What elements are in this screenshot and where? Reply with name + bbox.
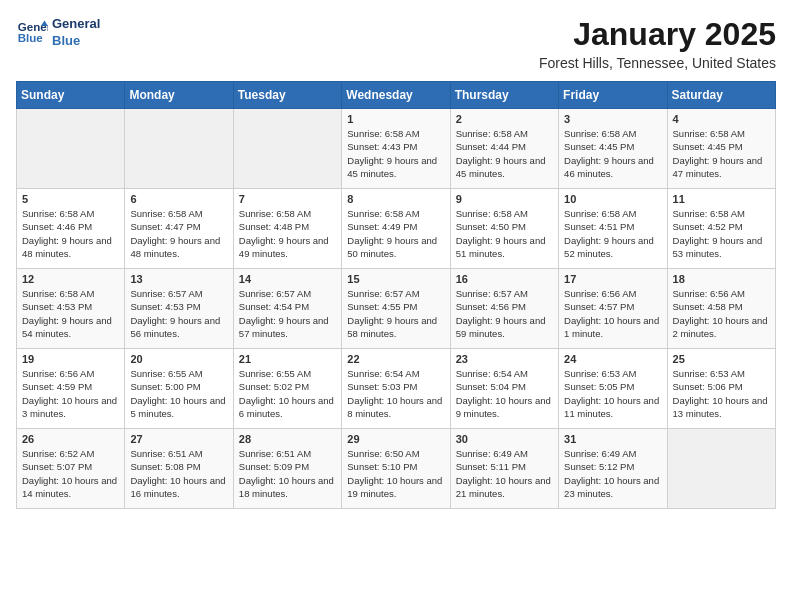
day-info: Sunrise: 6:55 AMSunset: 5:02 PMDaylight:… [239, 367, 336, 420]
calendar-cell: 30Sunrise: 6:49 AMSunset: 5:11 PMDayligh… [450, 429, 558, 509]
day-number: 3 [564, 113, 661, 125]
calendar-week-2: 5Sunrise: 6:58 AMSunset: 4:46 PMDaylight… [17, 189, 776, 269]
day-number: 19 [22, 353, 119, 365]
weekday-header-row: SundayMondayTuesdayWednesdayThursdayFrid… [17, 82, 776, 109]
calendar-week-1: 1Sunrise: 6:58 AMSunset: 4:43 PMDaylight… [17, 109, 776, 189]
day-info: Sunrise: 6:56 AMSunset: 4:58 PMDaylight:… [673, 287, 770, 340]
day-info: Sunrise: 6:57 AMSunset: 4:54 PMDaylight:… [239, 287, 336, 340]
day-info: Sunrise: 6:57 AMSunset: 4:55 PMDaylight:… [347, 287, 444, 340]
calendar-cell: 26Sunrise: 6:52 AMSunset: 5:07 PMDayligh… [17, 429, 125, 509]
calendar-cell: 4Sunrise: 6:58 AMSunset: 4:45 PMDaylight… [667, 109, 775, 189]
calendar-cell: 7Sunrise: 6:58 AMSunset: 4:48 PMDaylight… [233, 189, 341, 269]
weekday-header-monday: Monday [125, 82, 233, 109]
calendar-cell: 3Sunrise: 6:58 AMSunset: 4:45 PMDaylight… [559, 109, 667, 189]
calendar-cell: 18Sunrise: 6:56 AMSunset: 4:58 PMDayligh… [667, 269, 775, 349]
day-number: 30 [456, 433, 553, 445]
weekday-header-thursday: Thursday [450, 82, 558, 109]
day-number: 23 [456, 353, 553, 365]
location-title: Forest Hills, Tennessee, United States [539, 55, 776, 71]
calendar-week-4: 19Sunrise: 6:56 AMSunset: 4:59 PMDayligh… [17, 349, 776, 429]
calendar-cell: 19Sunrise: 6:56 AMSunset: 4:59 PMDayligh… [17, 349, 125, 429]
day-info: Sunrise: 6:58 AMSunset: 4:53 PMDaylight:… [22, 287, 119, 340]
day-number: 10 [564, 193, 661, 205]
day-number: 26 [22, 433, 119, 445]
day-number: 17 [564, 273, 661, 285]
day-number: 2 [456, 113, 553, 125]
day-number: 18 [673, 273, 770, 285]
day-number: 21 [239, 353, 336, 365]
day-info: Sunrise: 6:54 AMSunset: 5:03 PMDaylight:… [347, 367, 444, 420]
day-number: 22 [347, 353, 444, 365]
calendar-cell: 28Sunrise: 6:51 AMSunset: 5:09 PMDayligh… [233, 429, 341, 509]
calendar-cell [17, 109, 125, 189]
day-info: Sunrise: 6:58 AMSunset: 4:49 PMDaylight:… [347, 207, 444, 260]
day-info: Sunrise: 6:58 AMSunset: 4:43 PMDaylight:… [347, 127, 444, 180]
day-number: 29 [347, 433, 444, 445]
day-number: 6 [130, 193, 227, 205]
day-info: Sunrise: 6:54 AMSunset: 5:04 PMDaylight:… [456, 367, 553, 420]
day-info: Sunrise: 6:56 AMSunset: 4:59 PMDaylight:… [22, 367, 119, 420]
day-info: Sunrise: 6:58 AMSunset: 4:48 PMDaylight:… [239, 207, 336, 260]
calendar-cell: 29Sunrise: 6:50 AMSunset: 5:10 PMDayligh… [342, 429, 450, 509]
day-number: 1 [347, 113, 444, 125]
weekday-header-wednesday: Wednesday [342, 82, 450, 109]
day-number: 13 [130, 273, 227, 285]
day-number: 15 [347, 273, 444, 285]
day-info: Sunrise: 6:58 AMSunset: 4:47 PMDaylight:… [130, 207, 227, 260]
calendar-cell: 24Sunrise: 6:53 AMSunset: 5:05 PMDayligh… [559, 349, 667, 429]
calendar-cell [233, 109, 341, 189]
calendar-cell: 14Sunrise: 6:57 AMSunset: 4:54 PMDayligh… [233, 269, 341, 349]
weekday-header-saturday: Saturday [667, 82, 775, 109]
calendar-cell: 22Sunrise: 6:54 AMSunset: 5:03 PMDayligh… [342, 349, 450, 429]
calendar-cell: 12Sunrise: 6:58 AMSunset: 4:53 PMDayligh… [17, 269, 125, 349]
month-title: January 2025 [539, 16, 776, 53]
calendar-cell: 10Sunrise: 6:58 AMSunset: 4:51 PMDayligh… [559, 189, 667, 269]
weekday-header-sunday: Sunday [17, 82, 125, 109]
day-info: Sunrise: 6:49 AMSunset: 5:12 PMDaylight:… [564, 447, 661, 500]
day-number: 12 [22, 273, 119, 285]
day-info: Sunrise: 6:58 AMSunset: 4:45 PMDaylight:… [564, 127, 661, 180]
calendar-cell: 25Sunrise: 6:53 AMSunset: 5:06 PMDayligh… [667, 349, 775, 429]
title-area: January 2025 Forest Hills, Tennessee, Un… [539, 16, 776, 71]
day-info: Sunrise: 6:58 AMSunset: 4:50 PMDaylight:… [456, 207, 553, 260]
day-info: Sunrise: 6:56 AMSunset: 4:57 PMDaylight:… [564, 287, 661, 340]
day-number: 8 [347, 193, 444, 205]
calendar-cell: 27Sunrise: 6:51 AMSunset: 5:08 PMDayligh… [125, 429, 233, 509]
calendar-cell [667, 429, 775, 509]
day-number: 5 [22, 193, 119, 205]
logo: General Blue General Blue [16, 16, 100, 50]
day-info: Sunrise: 6:50 AMSunset: 5:10 PMDaylight:… [347, 447, 444, 500]
day-info: Sunrise: 6:58 AMSunset: 4:51 PMDaylight:… [564, 207, 661, 260]
page-header: General Blue General Blue January 2025 F… [16, 16, 776, 71]
day-info: Sunrise: 6:58 AMSunset: 4:45 PMDaylight:… [673, 127, 770, 180]
day-info: Sunrise: 6:51 AMSunset: 5:09 PMDaylight:… [239, 447, 336, 500]
weekday-header-friday: Friday [559, 82, 667, 109]
calendar-cell: 5Sunrise: 6:58 AMSunset: 4:46 PMDaylight… [17, 189, 125, 269]
day-number: 14 [239, 273, 336, 285]
day-info: Sunrise: 6:57 AMSunset: 4:53 PMDaylight:… [130, 287, 227, 340]
day-info: Sunrise: 6:51 AMSunset: 5:08 PMDaylight:… [130, 447, 227, 500]
calendar-cell [125, 109, 233, 189]
calendar-week-5: 26Sunrise: 6:52 AMSunset: 5:07 PMDayligh… [17, 429, 776, 509]
calendar-cell: 6Sunrise: 6:58 AMSunset: 4:47 PMDaylight… [125, 189, 233, 269]
svg-text:Blue: Blue [18, 32, 44, 44]
day-info: Sunrise: 6:58 AMSunset: 4:46 PMDaylight:… [22, 207, 119, 260]
calendar-cell: 11Sunrise: 6:58 AMSunset: 4:52 PMDayligh… [667, 189, 775, 269]
day-info: Sunrise: 6:57 AMSunset: 4:56 PMDaylight:… [456, 287, 553, 340]
day-number: 28 [239, 433, 336, 445]
calendar-cell: 2Sunrise: 6:58 AMSunset: 4:44 PMDaylight… [450, 109, 558, 189]
day-number: 24 [564, 353, 661, 365]
day-number: 9 [456, 193, 553, 205]
day-number: 7 [239, 193, 336, 205]
calendar-cell: 1Sunrise: 6:58 AMSunset: 4:43 PMDaylight… [342, 109, 450, 189]
weekday-header-tuesday: Tuesday [233, 82, 341, 109]
day-info: Sunrise: 6:53 AMSunset: 5:05 PMDaylight:… [564, 367, 661, 420]
day-number: 11 [673, 193, 770, 205]
calendar-cell: 23Sunrise: 6:54 AMSunset: 5:04 PMDayligh… [450, 349, 558, 429]
day-number: 16 [456, 273, 553, 285]
day-info: Sunrise: 6:58 AMSunset: 4:52 PMDaylight:… [673, 207, 770, 260]
calendar-cell: 31Sunrise: 6:49 AMSunset: 5:12 PMDayligh… [559, 429, 667, 509]
calendar-cell: 16Sunrise: 6:57 AMSunset: 4:56 PMDayligh… [450, 269, 558, 349]
day-number: 31 [564, 433, 661, 445]
day-info: Sunrise: 6:49 AMSunset: 5:11 PMDaylight:… [456, 447, 553, 500]
